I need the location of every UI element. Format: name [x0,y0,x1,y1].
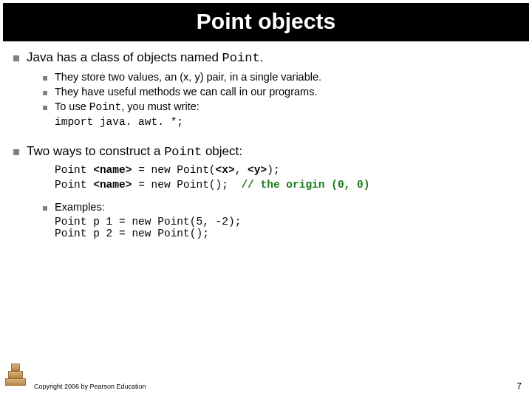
constructor-syntax: Point <name> = new Point(<x>, <y>); Poin… [55,163,519,192]
pedestal-icon [4,364,27,386]
square-bullet-icon [43,106,47,110]
sub-bullet-1c: To use Point, you must write: [43,100,519,113]
square-bullet-icon [43,91,47,95]
square-bullet-icon [43,206,47,211]
square-bullet-icon [43,76,47,81]
sub-bullet-1a: They store two values, an (x, y) pair, i… [43,71,519,83]
bullet-2-text: Two ways to construct a Point object: [27,144,242,159]
bullet-2: Two ways to construct a Point object: [13,144,519,159]
example-1: Point p 1 = new Point(5, -2); [55,216,519,228]
sub-bullet-1b-text: They have useful methods we can call in … [55,86,317,98]
page-number: 7 [516,381,522,392]
square-bullet-icon [13,149,19,155]
sub-bullet-1b: They have useful methods we can call in … [43,86,519,98]
slide-title: Point objects [3,3,529,41]
bullet-group-2: Two ways to construct a Point object: Po… [13,144,519,239]
sub-bullets-2: Examples: Point p 1 = new Point(5, -2); … [43,201,519,239]
square-bullet-icon [13,55,19,61]
bullet-1-text: Java has a class of objects named Point. [27,50,263,65]
sub-bullet-1a-text: They store two values, an (x, y) pair, i… [55,71,321,83]
sub-bullets-1: They store two values, an (x, y) pair, i… [43,71,519,128]
example-2: Point p 2 = new Point(); [55,228,519,239]
bullet-group-1: Java has a class of objects named Point.… [13,50,519,128]
bullet-1: Java has a class of objects named Point. [13,50,519,65]
sub-bullet-1c-text: To use Point, you must write: [55,100,200,113]
sub-bullet-examples: Examples: [43,201,519,213]
examples-label: Examples: [55,201,105,213]
slide-body: Java has a class of objects named Point.… [0,41,532,239]
copyright-text: Copyright 2006 by Pearson Education [34,383,146,390]
import-line: import java. awt. *; [55,116,519,128]
